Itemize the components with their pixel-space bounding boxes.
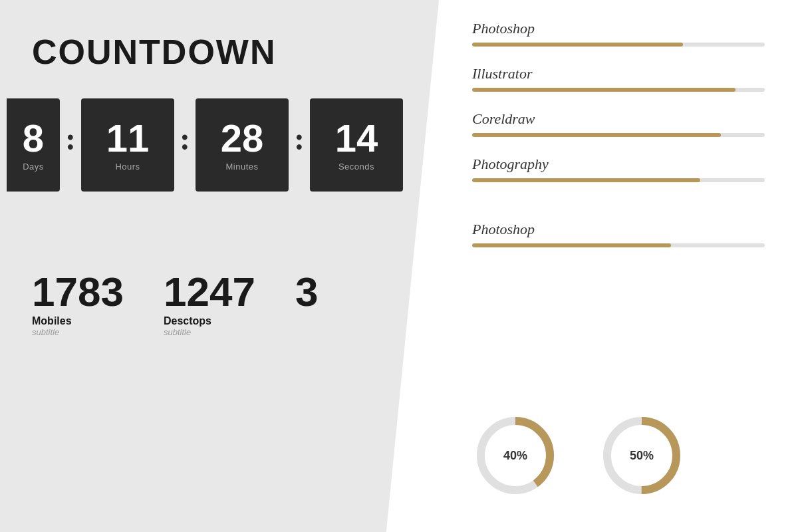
donut-40-container: 40% — [472, 412, 559, 499]
skill-photoshop-bar-fill — [472, 43, 683, 47]
stats-section: 1783 Mobiles subtitle 1247 Desctops subt… — [0, 192, 439, 337]
skill-coreldraw: Coreldraw — [472, 110, 765, 137]
countdown-title: COUNTDOWN — [0, 0, 439, 72]
skill-photoshop-name: Photoshop — [472, 20, 765, 37]
right-panel: Photoshop Illustrator Coreldraw Photogra… — [439, 0, 798, 532]
skill-illustrator: Illustrator — [472, 65, 765, 92]
skill-illustrator-name: Illustrator — [472, 65, 765, 82]
timer-hours-label: Hours — [115, 162, 140, 172]
skill-photoshop-bar-bg — [472, 43, 765, 47]
timer-hours-number: 11 — [106, 119, 150, 158]
donut-50: 50% — [598, 412, 685, 499]
timer-days-number: 8 — [23, 119, 44, 158]
timer-block-hours: 11 Hours — [81, 98, 174, 192]
other-number: 3 — [295, 271, 318, 313]
left-panel: COUNTDOWN 8 Days : 11 Hours : 28 Minutes… — [0, 0, 439, 532]
stat-mobiles: 1783 Mobiles subtitle — [32, 245, 124, 337]
skill-photoshop2-bar-fill — [472, 243, 671, 247]
donut-40-label: 40% — [503, 449, 527, 463]
desktops-subtitle: subtitle — [164, 327, 191, 337]
skill-photography: Photography — [472, 156, 765, 182]
timer-block-minutes: 28 Minutes — [196, 98, 289, 192]
desktops-title: Desctops — [164, 315, 211, 327]
skill-photoshop2-bar-bg — [472, 243, 765, 247]
skill-photoshop: Photoshop — [472, 20, 765, 47]
colon-1: : — [60, 120, 81, 157]
skill-photography-name: Photography — [472, 156, 765, 173]
stat-other: 3 — [295, 245, 318, 313]
timer-block-days: 8 Days — [7, 98, 60, 192]
colon-3: : — [289, 120, 310, 157]
skill-photoshop2: Photoshop — [472, 221, 765, 247]
skill-coreldraw-name: Coreldraw — [472, 110, 765, 128]
colon-2: : — [174, 120, 196, 157]
skill-coreldraw-bar-fill — [472, 133, 721, 137]
donut-50-label: 50% — [630, 449, 654, 463]
skill-photography-bar-fill — [472, 178, 700, 182]
stat-desktops: 1247 Desctops subtitle — [164, 245, 255, 337]
skill-illustrator-bar-bg — [472, 88, 765, 92]
donuts-section: 40% 50% — [472, 392, 765, 512]
mobiles-title: Mobiles — [32, 315, 72, 327]
timer-minutes-label: Minutes — [225, 162, 258, 172]
countdown-timer: 8 Days : 11 Hours : 28 Minutes : 14 Seco… — [0, 72, 439, 192]
timer-seconds-label: Seconds — [338, 162, 374, 172]
skill-illustrator-bar-fill — [472, 88, 735, 92]
skill-photography-bar-bg — [472, 178, 765, 182]
mobiles-subtitle: subtitle — [32, 327, 59, 337]
desktops-number: 1247 — [164, 271, 255, 313]
timer-minutes-number: 28 — [221, 119, 264, 158]
donut-50-container: 50% — [598, 412, 685, 499]
skill-coreldraw-bar-bg — [472, 133, 765, 137]
skills-section: Photoshop Illustrator Coreldraw Photogra… — [472, 20, 765, 392]
timer-seconds-number: 14 — [335, 119, 378, 158]
donut-40: 40% — [472, 412, 559, 499]
skill-photoshop2-name: Photoshop — [472, 221, 765, 238]
timer-days-label: Days — [23, 162, 44, 172]
mobiles-number: 1783 — [32, 271, 124, 313]
timer-block-seconds: 14 Seconds — [310, 98, 403, 192]
